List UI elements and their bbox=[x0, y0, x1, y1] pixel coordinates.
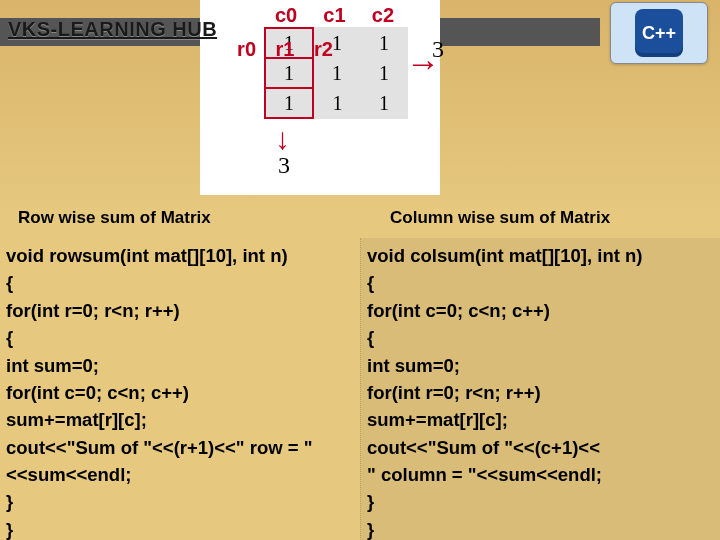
column-sum-value: 3 bbox=[278, 152, 290, 179]
code-rowsum: void rowsum(int mat[][10], int n) { for(… bbox=[0, 238, 360, 540]
row-sum-value: 3 bbox=[432, 36, 444, 63]
subtitle-col-sum: Column wise sum of Matrix bbox=[390, 208, 610, 228]
row-header: r0 bbox=[228, 36, 256, 62]
matrix-cell: 1 bbox=[361, 88, 407, 118]
matrix-illustration: c0 c1 c2 r0 r1 r2 1 1 1 1 1 1 1 1 1 bbox=[200, 0, 440, 195]
arrow-down-icon: ↓ bbox=[275, 122, 290, 156]
col-header: c1 bbox=[312, 4, 356, 27]
column-headers: c0 c1 c2 bbox=[264, 4, 408, 27]
col-header: c0 bbox=[264, 4, 308, 27]
code-area: void rowsum(int mat[][10], int n) { for(… bbox=[0, 238, 720, 540]
brand-label: VKS-LEARNING HUB bbox=[8, 18, 217, 41]
matrix-cell: 1 bbox=[313, 88, 361, 118]
matrix-cell: 1 bbox=[265, 88, 313, 118]
row-header: r2 bbox=[305, 36, 333, 62]
cpp-logo: C++ bbox=[610, 2, 708, 64]
code-colsum: void colsum(int mat[][10], int n) { for(… bbox=[360, 238, 720, 540]
matrix-cell: 1 bbox=[361, 28, 407, 58]
cpp-logo-text: C++ bbox=[635, 9, 683, 57]
subtitle-row-sum: Row wise sum of Matrix bbox=[18, 208, 211, 228]
row-headers: r0 r1 r2 bbox=[228, 36, 339, 64]
matrix-cell: 1 bbox=[361, 58, 407, 88]
col-header: c2 bbox=[361, 4, 405, 27]
row-header: r1 bbox=[266, 36, 294, 62]
